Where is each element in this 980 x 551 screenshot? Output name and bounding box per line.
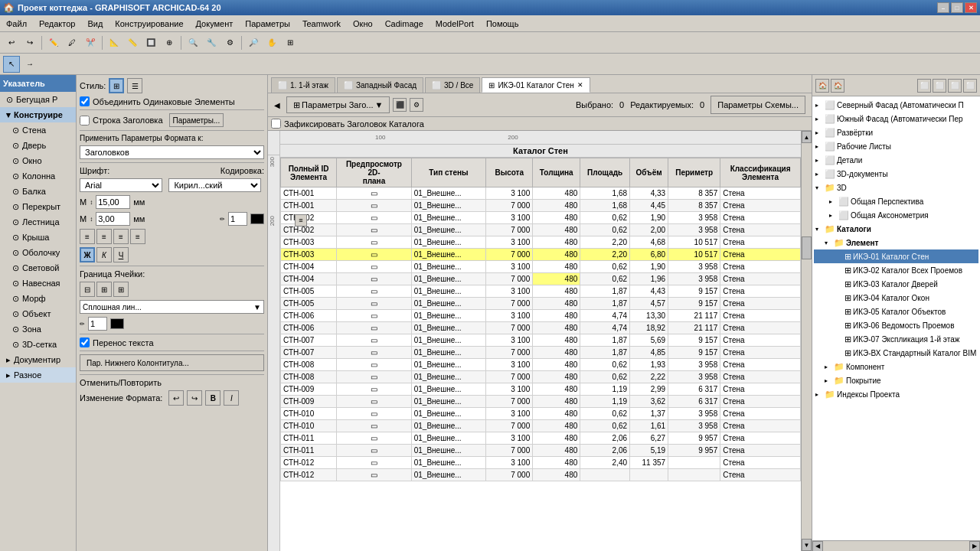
cell-preview[interactable]: ▭	[337, 322, 412, 334]
table-row[interactable]: СТН-002▭01_Внешне...3 1004800,621,903 95…	[281, 212, 801, 224]
bold-btn[interactable]: Ж	[80, 247, 95, 262]
cell-type[interactable]: 01_Внешне...	[411, 273, 486, 285]
tree-item-ike03[interactable]: ⊞ ИКЭ-03 Каталог Дверей	[814, 277, 978, 291]
cell-preview[interactable]: ▭	[337, 383, 412, 396]
size-input-1[interactable]	[96, 195, 130, 209]
left-item-column[interactable]: ⊙ Колонна	[0, 168, 76, 184]
cell-class[interactable]: Стена	[720, 396, 801, 408]
cell-type[interactable]: 01_Внешне...	[411, 322, 486, 334]
cell-preview[interactable]: ▭	[337, 408, 412, 420]
cell-area[interactable]: 0,62	[580, 371, 630, 383]
cell-type[interactable]: 01_Внешне...	[411, 432, 486, 445]
table-row[interactable]: СТН-007▭01_Внешне...3 1004801,875,699 15…	[281, 334, 801, 347]
cell-preview[interactable]: ▭	[337, 334, 412, 347]
menu-window[interactable]: Окно	[347, 15, 379, 31]
cell-height[interactable]: 3 100	[486, 236, 533, 249]
cell-volume[interactable]: 1,90	[630, 261, 668, 273]
cell-preview[interactable]: ▭	[337, 347, 412, 359]
cell-height[interactable]: 7 000	[486, 420, 533, 432]
left-item-slab[interactable]: ⊙ Перекрыт	[0, 199, 76, 214]
tab-close-btn[interactable]: ✕	[577, 81, 583, 89]
cell-height[interactable]: 7 000	[486, 347, 533, 359]
menu-editor[interactable]: Редактор	[33, 15, 81, 31]
cell-volume[interactable]: 3,62	[630, 396, 668, 408]
menu-view[interactable]: Вид	[81, 15, 109, 31]
gear-btn[interactable]: ⚙	[410, 98, 423, 112]
font-select[interactable]: Arial	[80, 178, 162, 192]
cell-class[interactable]: Стена	[720, 298, 801, 310]
tree-item-ike01[interactable]: ⊞ ИКЭ-01 Каталог Стен	[814, 249, 978, 263]
catalog-table-container[interactable]: Каталог Стен Полный IDЭлемента Предпросм…	[280, 145, 801, 551]
cell-height[interactable]: 3 100	[486, 334, 533, 347]
tool-btn-6[interactable]: 🔲	[142, 34, 159, 51]
left-item-curtainwall[interactable]: ⊙ Навесная	[0, 276, 76, 291]
underline-btn[interactable]: Ч	[113, 247, 129, 262]
cell-volume[interactable]: 1,61	[630, 420, 668, 432]
cell-thickness[interactable]: 480	[533, 236, 580, 249]
size-input-2[interactable]	[96, 212, 130, 226]
scroll-left-btn[interactable]: ◀	[812, 541, 823, 552]
fit-btn[interactable]: ⊞	[282, 34, 299, 51]
cell-class[interactable]: Стена	[720, 224, 801, 236]
cell-preview[interactable]: ▭	[337, 212, 412, 224]
tool-btn-10[interactable]: ⚙	[221, 34, 238, 51]
header-checkbox[interactable]	[80, 116, 90, 126]
tool-btn-7[interactable]: ⊕	[161, 34, 178, 51]
cell-area[interactable]: 1,68	[580, 200, 630, 212]
cell-preview[interactable]: ▭	[337, 236, 412, 249]
cell-type[interactable]: 01_Внешне...	[411, 212, 486, 224]
cell-area[interactable]: 2,06	[580, 432, 630, 445]
cell-type[interactable]: 01_Внешне...	[411, 285, 486, 298]
tree-item-ike02[interactable]: ⊞ ИКЭ-02 Каталог Всех Проемов	[814, 263, 978, 277]
cell-type[interactable]: 01_Внешне...	[411, 371, 486, 383]
cell-volume[interactable]: 5,69	[630, 334, 668, 347]
tree-item-details[interactable]: ▸ ⬜ Детали	[814, 153, 978, 167]
table-row[interactable]: СТН-003▭01_Внешне...7 0004802,206,8010 5…	[281, 249, 801, 261]
cell-class[interactable]: Стена	[720, 236, 801, 249]
cell-height[interactable]: 3 100	[486, 212, 533, 224]
menu-params[interactable]: Параметры	[239, 15, 296, 31]
cell-thickness[interactable]: 480	[533, 212, 580, 224]
bold-format-btn[interactable]: B	[205, 390, 220, 406]
table-row[interactable]: СТН-001▭01_Внешне...7 0004801,684,458 35…	[281, 200, 801, 212]
cell-id[interactable]: СТН-006	[281, 322, 337, 334]
scroll-right-btn[interactable]: ▶	[969, 541, 980, 552]
cell-class[interactable]: Стена	[720, 261, 801, 273]
tree-item-ike07[interactable]: ⊞ ИКЭ-07 Экспликация 1-й этаж	[814, 332, 978, 346]
tool-btn-9[interactable]: 🔧	[203, 34, 220, 51]
table-row[interactable]: СТН-009▭01_Внешне...3 1004801,192,996 31…	[281, 383, 801, 396]
cell-type[interactable]: 01_Внешне...	[411, 457, 486, 469]
cell-volume[interactable]: 18,92	[630, 322, 668, 334]
cell-height[interactable]: 3 100	[486, 408, 533, 420]
cell-class[interactable]: Стена	[720, 420, 801, 432]
undo-button[interactable]: ↩	[3, 34, 20, 51]
left-item-zone[interactable]: ⊙ Зона	[0, 321, 76, 337]
italic-format-btn[interactable]: I	[224, 390, 239, 406]
cell-thickness[interactable]: 480	[533, 187, 580, 200]
cell-area[interactable]: 0,62	[580, 212, 630, 224]
cell-class[interactable]: Стена	[720, 347, 801, 359]
cell-volume[interactable]: 1,93	[630, 359, 668, 371]
left-item-doc[interactable]: ▸ Документир	[0, 352, 76, 367]
apply-select[interactable]: Заголовков Всех строк	[80, 145, 264, 159]
cell-perimeter[interactable]: 3 958	[668, 371, 720, 383]
arrow-tool[interactable]: →	[21, 56, 38, 73]
menu-teamwork[interactable]: Teamwork	[296, 15, 347, 31]
scrollbar[interactable]: ▲ ▼	[801, 131, 812, 551]
table-row[interactable]: СТН-007▭01_Внешне...7 0004801,874,859 15…	[281, 347, 801, 359]
left-item-shell[interactable]: ⊙ Оболочку	[0, 245, 76, 260]
cell-id[interactable]: СТН-012	[281, 469, 337, 481]
tab-3d[interactable]: ⬜ 3D / Все	[425, 77, 480, 93]
table-row[interactable]: СТН-012▭01_Внешне...7 000480Стена	[281, 469, 801, 481]
pointer-tool[interactable]: ↖	[3, 56, 20, 73]
cell-type[interactable]: 01_Внешне...	[411, 298, 486, 310]
cell-id[interactable]: СТН-005	[281, 285, 337, 298]
cell-perimeter[interactable]: 3 958	[668, 212, 720, 224]
cell-height[interactable]: 3 100	[486, 359, 533, 371]
grid-view-btn[interactable]: ⊞	[109, 78, 124, 93]
cell-id[interactable]: СТН-007	[281, 334, 337, 347]
cell-type[interactable]: 01_Внешне...	[411, 236, 486, 249]
cell-height[interactable]: 3 100	[486, 285, 533, 298]
cell-volume[interactable]: 4,68	[630, 236, 668, 249]
cell-thickness[interactable]: 480	[533, 200, 580, 212]
